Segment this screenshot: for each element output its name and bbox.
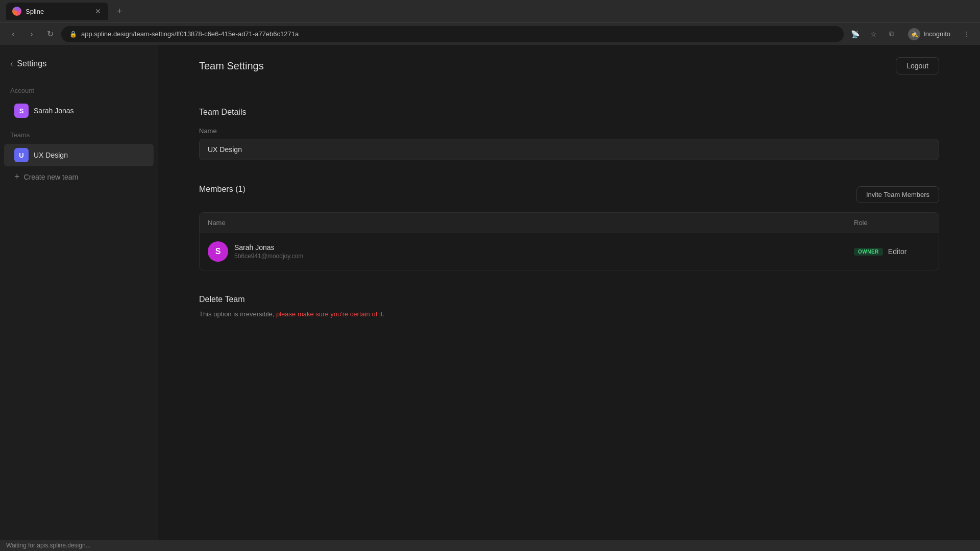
- status-bar: Waiting for apis.spline.design...: [0, 540, 980, 551]
- member-avatar: S: [208, 241, 228, 262]
- sidebar: ‹ Settings Account S Sarah Jonas Teams U…: [0, 45, 158, 551]
- name-label: Name: [199, 127, 939, 135]
- delete-team-section: Delete Team This option is irreversible,…: [199, 295, 939, 318]
- members-table: Name Role S Sarah Jonas 5b6ce941@moodjoy…: [199, 212, 939, 270]
- user-name: Sarah Jonas: [34, 107, 74, 115]
- name-column-header: Name: [208, 219, 854, 227]
- members-section: Members (1) Invite Team Members Name Rol…: [199, 185, 939, 270]
- browser-tab[interactable]: Spline ✕: [6, 3, 108, 20]
- plus-icon: +: [14, 171, 20, 182]
- user-avatar: S: [14, 104, 29, 118]
- account-section-label: Account: [0, 79, 158, 98]
- team-details-title: Team Details: [199, 108, 939, 117]
- refresh-button[interactable]: ↻: [43, 27, 57, 41]
- team-name: UX Design: [34, 151, 68, 159]
- team-details-section: Team Details Name: [199, 108, 939, 160]
- create-team-button[interactable]: + Create new team: [4, 167, 154, 186]
- table-row: S Sarah Jonas 5b6ce941@moodjoy.com OWNER…: [200, 233, 939, 270]
- lock-icon: 🔒: [69, 31, 77, 38]
- sidebar-back-button[interactable]: ‹ Settings: [0, 55, 158, 79]
- url-text: app.spline.design/team-settings/ff013878…: [81, 30, 299, 38]
- member-role-cell: OWNER Editor: [854, 247, 930, 256]
- member-name: Sarah Jonas: [234, 243, 303, 252]
- sidebar-item-ux-design[interactable]: U UX Design: [4, 144, 154, 166]
- tab-title: Spline: [26, 8, 90, 15]
- teams-section-label: Teams: [0, 123, 158, 143]
- menu-button[interactable]: ⋮: [960, 27, 974, 41]
- back-arrow-icon: ‹: [10, 59, 13, 68]
- tab-favicon-icon: [12, 7, 21, 16]
- create-team-label: Create new team: [24, 173, 79, 181]
- team-avatar: U: [14, 148, 29, 162]
- cast-icon[interactable]: 📡: [848, 27, 862, 41]
- member-email: 5b6ce941@moodjoy.com: [234, 253, 303, 260]
- sidebar-item-user[interactable]: S Sarah Jonas: [4, 99, 154, 122]
- role-label: Editor: [888, 247, 907, 256]
- incognito-avatar: 🕵: [908, 28, 920, 40]
- incognito-button[interactable]: 🕵 Incognito: [903, 26, 955, 42]
- owner-badge: OWNER: [854, 248, 883, 256]
- status-text: Waiting for apis.spline.design...: [6, 542, 91, 549]
- main-header: Team Settings Logout: [158, 45, 980, 87]
- bookmark-icon[interactable]: ☆: [866, 27, 880, 41]
- logout-button[interactable]: Logout: [896, 57, 939, 74]
- forward-button[interactable]: ›: [24, 27, 39, 41]
- members-title: Members (1): [199, 185, 246, 194]
- table-header: Name Role: [200, 213, 939, 233]
- members-header: Members (1) Invite Team Members: [199, 185, 939, 204]
- back-button[interactable]: ‹: [6, 27, 20, 41]
- tab-close-button[interactable]: ✕: [94, 7, 102, 15]
- team-name-input[interactable]: [199, 139, 939, 160]
- invite-team-members-button[interactable]: Invite Team Members: [856, 186, 939, 203]
- incognito-label: Incognito: [923, 30, 950, 38]
- delete-warning-emphasis: please make sure you're certain of it.: [276, 310, 384, 318]
- address-bar[interactable]: 🔒 app.spline.design/team-settings/ff0138…: [61, 26, 844, 42]
- settings-title: Settings: [17, 59, 46, 68]
- role-column-header: Role: [854, 219, 930, 227]
- delete-warning-text: This option is irreversible, please make…: [199, 310, 939, 318]
- new-tab-button[interactable]: +: [112, 4, 127, 18]
- member-info: S Sarah Jonas 5b6ce941@moodjoy.com: [208, 241, 854, 262]
- main-content: Team Settings Logout Team Details Name M…: [158, 45, 980, 551]
- member-details: Sarah Jonas 5b6ce941@moodjoy.com: [234, 243, 303, 260]
- delete-team-title: Delete Team: [199, 295, 939, 304]
- team-name-group: Name: [199, 127, 939, 160]
- split-screen-icon[interactable]: ⧉: [885, 27, 899, 41]
- page-title: Team Settings: [199, 60, 264, 72]
